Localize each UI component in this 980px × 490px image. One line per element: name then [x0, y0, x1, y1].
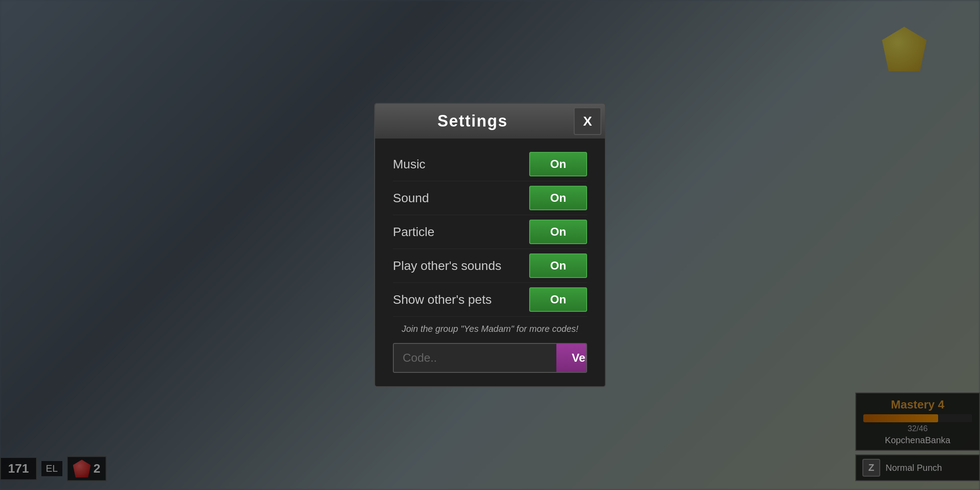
setting-label-sound: Sound	[393, 191, 429, 205]
settings-modal-container: Settings X Music On Sound On Particle On…	[374, 103, 606, 387]
settings-row-music: Music On	[393, 147, 587, 181]
setting-label-particle: Particle	[393, 225, 434, 239]
modal-header: Settings X	[375, 104, 605, 139]
setting-label-play-others-sounds: Play other's sounds	[393, 259, 501, 273]
modal-title: Settings	[375, 104, 570, 139]
group-message: Join the group "Yes Madam" for more code…	[393, 324, 587, 334]
settings-row-sound: Sound On	[393, 181, 587, 215]
settings-row-show-others-pets: Show other's pets On	[393, 283, 587, 317]
toggle-show-others-pets-button[interactable]: On	[529, 287, 587, 312]
setting-label-music: Music	[393, 157, 425, 172]
toggle-particle-button[interactable]: On	[529, 220, 587, 244]
modal-close-button[interactable]: X	[574, 107, 601, 135]
settings-row-particle: Particle On	[393, 215, 587, 249]
settings-row-play-others-sounds: Play other's sounds On	[393, 249, 587, 283]
verify-button[interactable]: Verify	[556, 344, 587, 372]
modal-body: Music On Sound On Particle On Play other…	[375, 139, 605, 386]
setting-label-show-others-pets: Show other's pets	[393, 293, 492, 307]
code-section: Verify	[393, 343, 587, 373]
toggle-music-button[interactable]: On	[529, 152, 587, 176]
code-input[interactable]	[394, 344, 556, 372]
toggle-sound-button[interactable]: On	[529, 186, 587, 210]
settings-modal: Settings X Music On Sound On Particle On…	[374, 103, 606, 387]
toggle-play-others-sounds-button[interactable]: On	[529, 253, 587, 278]
